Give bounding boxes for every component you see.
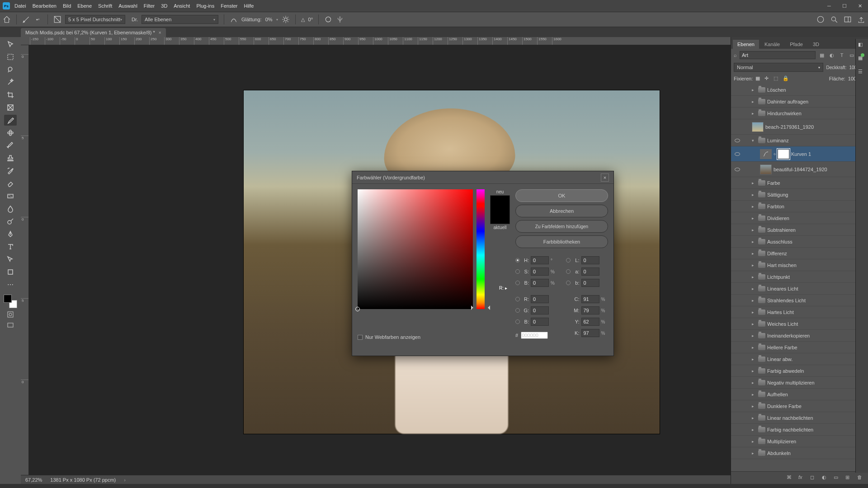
- close-tab-icon[interactable]: ×: [159, 30, 161, 35]
- group-icon[interactable]: ▭: [834, 474, 841, 482]
- disclosure-triangle[interactable]: ▸: [752, 369, 756, 373]
- hue-slider-thumb[interactable]: [474, 305, 487, 310]
- b-radio[interactable]: [515, 281, 520, 285]
- panel-tab-3d[interactable]: 3D: [808, 40, 824, 49]
- add-swatch-button[interactable]: Zu Farbfeldern hinzufügen: [515, 220, 608, 233]
- layers-list[interactable]: ▸Löschen▸Dahinter auftragen▸Hindurchwirk…: [731, 84, 868, 471]
- tool-eraser[interactable]: [4, 178, 17, 189]
- r-input[interactable]: [531, 295, 549, 303]
- layer-row[interactable]: ▸Aufhellen: [731, 389, 868, 400]
- filter-shape-icon[interactable]: ▭: [848, 52, 855, 59]
- panel-tab-kanäle[interactable]: Kanäle: [760, 40, 784, 49]
- tool-text[interactable]: [4, 241, 17, 252]
- cancel-button[interactable]: Abbrechen: [515, 205, 608, 217]
- layer-name-label[interactable]: Dividieren: [767, 216, 866, 221]
- adjustment-thumbnail[interactable]: [760, 149, 772, 159]
- disclosure-triangle[interactable]: ▸: [752, 239, 756, 244]
- layer-row[interactable]: beautiful-1844724_1920: [731, 162, 868, 177]
- disclosure-triangle[interactable]: ▸: [752, 333, 756, 338]
- layer-row[interactable]: ▸Abdunkeln: [731, 447, 868, 459]
- disclosure-triangle[interactable]: ▸: [752, 345, 756, 350]
- m-input[interactable]: [581, 306, 599, 314]
- s-input[interactable]: [531, 267, 549, 276]
- strip-color-icon[interactable]: ◧: [858, 42, 866, 50]
- layer-row[interactable]: ▸Strahlendes Licht: [731, 295, 868, 306]
- layer-row[interactable]: ▸Multiplizieren: [731, 436, 868, 447]
- web-colors-checkbox[interactable]: [358, 335, 363, 340]
- ruler-vertical[interactable]: 05050: [21, 45, 29, 475]
- panel-tab-ebenen[interactable]: Ebenen: [733, 40, 759, 49]
- menu-plug-ins[interactable]: Plug-ins: [196, 3, 214, 9]
- doc-info-chevron[interactable]: ›: [124, 477, 126, 483]
- layer-row[interactable]: ▸Farbig abwedeln: [731, 365, 868, 377]
- tool-pen[interactable]: [4, 229, 17, 239]
- disclosure-triangle[interactable]: ▾: [752, 138, 756, 143]
- layer-row[interactable]: ▸Ausschluss: [731, 236, 868, 248]
- menu-bearbeiten[interactable]: Bearbeiten: [33, 3, 57, 9]
- filter-search-icon[interactable]: ⌕: [734, 52, 737, 58]
- disclosure-triangle[interactable]: ▸: [752, 357, 756, 361]
- layer-name-label[interactable]: Multiplizieren: [767, 439, 866, 444]
- disclosure-triangle[interactable]: ▸: [752, 322, 756, 326]
- layer-name-label[interactable]: Differenz: [767, 251, 866, 256]
- tool-blur[interactable]: [4, 203, 17, 214]
- angle-value[interactable]: 0°: [308, 17, 313, 22]
- lock-pixels-icon[interactable]: 🔒: [783, 75, 789, 82]
- layer-row[interactable]: ▸Hartes Licht: [731, 306, 868, 318]
- layer-mask-thumbnail[interactable]: [778, 149, 789, 159]
- lock-all-icon[interactable]: ▦: [755, 75, 762, 82]
- layer-row[interactable]: ▸Subtrahieren: [731, 224, 868, 236]
- disclosure-triangle[interactable]: ▸: [752, 416, 756, 420]
- disclosure-triangle[interactable]: ▸: [752, 88, 756, 92]
- layer-row[interactable]: ▸Differenz: [731, 248, 868, 259]
- menu-datei[interactable]: Datei: [14, 3, 26, 9]
- ruler-horizontal[interactable]: -150-100-5005010015020025030035040045050…: [21, 37, 731, 45]
- layer-row[interactable]: ⎆Kurven 1: [731, 146, 868, 162]
- layer-name-label[interactable]: Linear nachbelichten: [767, 415, 866, 421]
- layer-row[interactable]: ▸Hart mischen: [731, 259, 868, 271]
- mask-icon[interactable]: ◻: [810, 474, 817, 482]
- tool-crop[interactable]: [4, 89, 17, 100]
- g-radio[interactable]: [515, 308, 520, 313]
- tool-path[interactable]: [4, 254, 17, 265]
- layer-name-label[interactable]: Subtrahieren: [767, 227, 866, 233]
- layer-name-label[interactable]: Hellere Farbe: [767, 345, 866, 350]
- tool-gradient[interactable]: [4, 191, 17, 202]
- visibility-toggle[interactable]: [733, 168, 742, 171]
- tool-brush[interactable]: [4, 140, 17, 151]
- delete-layer-icon[interactable]: 🗑: [857, 474, 864, 482]
- c-input[interactable]: [581, 295, 599, 303]
- dialog-close-button[interactable]: ×: [601, 174, 609, 182]
- l-radio[interactable]: [566, 258, 571, 263]
- panel-tab-pfade[interactable]: Pfade: [785, 40, 807, 49]
- foreground-color-swatch[interactable]: [4, 295, 12, 303]
- filter-adjust-icon[interactable]: ◐: [828, 52, 835, 59]
- ok-button[interactable]: OK: [515, 189, 608, 202]
- quickmask-icon[interactable]: [4, 310, 17, 319]
- brush-size-icon[interactable]: •▾: [34, 15, 42, 23]
- tool-move[interactable]: [4, 39, 17, 50]
- tool-wand[interactable]: [4, 77, 17, 88]
- layer-name-label[interactable]: beautiful-1844724_1920: [774, 167, 866, 172]
- layer-row[interactable]: ▸Weiches Licht: [731, 318, 868, 330]
- lab-b-input[interactable]: [581, 279, 599, 287]
- layer-row[interactable]: ▸Farbe: [731, 177, 868, 189]
- sample-icon[interactable]: [53, 15, 61, 23]
- g-input[interactable]: [531, 306, 549, 314]
- layer-name-label[interactable]: Ineinanderkopieren: [767, 333, 866, 338]
- filter-pixel-icon[interactable]: ▦: [818, 52, 826, 59]
- layer-name-label[interactable]: beach-2179361_1920: [765, 124, 866, 130]
- disclosure-triangle[interactable]: ▸: [752, 99, 756, 104]
- maximize-button[interactable]: ☐: [839, 2, 850, 10]
- blend-mode-select[interactable]: Normal▾: [734, 63, 823, 72]
- layer-name-label[interactable]: Hartes Licht: [767, 310, 866, 315]
- link-layers-icon[interactable]: ⌘: [787, 474, 794, 482]
- r-radio[interactable]: [515, 297, 520, 301]
- l-input[interactable]: [581, 256, 599, 264]
- menu-fenster[interactable]: Fenster: [221, 3, 237, 9]
- a-radio[interactable]: [566, 269, 571, 274]
- pressure-icon[interactable]: [230, 15, 238, 23]
- layer-name-label[interactable]: Farbig abwedeln: [767, 368, 866, 374]
- tool-eyedropper[interactable]: [4, 115, 17, 126]
- layer-row[interactable]: ▸Negativ multiplizieren: [731, 377, 868, 389]
